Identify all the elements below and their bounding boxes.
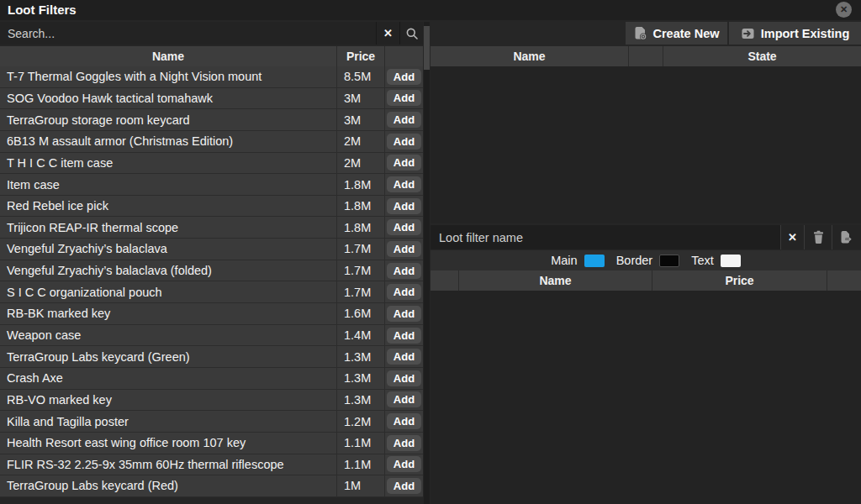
search-clear-button[interactable]: ✕: [376, 22, 399, 45]
loot-table-scrollbar[interactable]: [424, 22, 430, 504]
item-name: Weapon case: [0, 325, 336, 346]
loot-price-header: Price: [336, 46, 384, 66]
close-icon: ✕: [788, 231, 797, 244]
table-row: RB-VO marked key 1.3M Add: [0, 390, 423, 412]
item-price: 3M: [336, 109, 384, 130]
item-price: 1.8M: [336, 217, 384, 238]
add-button[interactable]: Add: [387, 176, 421, 192]
main-color-label: Main: [551, 254, 577, 267]
table-row: Item case 1.8M Add: [0, 174, 423, 196]
add-button[interactable]: Add: [387, 391, 421, 407]
add-button[interactable]: Add: [387, 435, 421, 451]
export-file-icon: [839, 230, 854, 244]
item-name: RB-BK marked key: [0, 303, 336, 324]
item-name: S I C C organizational pouch: [0, 281, 336, 302]
filter-items-left-header: [430, 270, 458, 291]
filters-table-header: Name State: [430, 46, 861, 66]
add-cell: Add: [384, 475, 423, 496]
table-row: 6B13 M assault armor (Christmas Edition)…: [0, 131, 423, 153]
add-cell: Add: [384, 260, 423, 281]
import-existing-button[interactable]: Import Existing: [729, 22, 861, 45]
item-name: T-7 Thermal Goggles with a Night Vision …: [0, 66, 336, 87]
filters-name-header: Name: [430, 46, 628, 66]
add-cell: Add: [384, 411, 423, 432]
add-button[interactable]: Add: [387, 284, 421, 300]
create-new-button[interactable]: Create New: [626, 22, 727, 45]
add-button[interactable]: Add: [387, 112, 421, 128]
add-cell: Add: [384, 433, 423, 454]
item-name: Trijicon REAP-IR thermal scope: [0, 217, 336, 238]
delete-filter-button[interactable]: [804, 225, 832, 249]
filter-name-clear-button[interactable]: ✕: [780, 225, 804, 249]
filter-name-input[interactable]: [430, 225, 780, 249]
item-name: SOG Voodoo Hawk tactical tomahawk: [0, 88, 336, 109]
add-button[interactable]: Add: [387, 134, 421, 150]
item-price: 1.3M: [336, 390, 384, 411]
add-button[interactable]: Add: [387, 413, 421, 429]
item-name: 6B13 M assault armor (Christmas Edition): [0, 131, 336, 152]
add-button[interactable]: Add: [387, 349, 421, 365]
item-name: Red Rebel ice pick: [0, 196, 336, 217]
loot-table-body: T-7 Thermal Goggles with a Night Vision …: [0, 66, 423, 497]
add-cell: Add: [384, 325, 423, 346]
add-button[interactable]: Add: [387, 263, 421, 279]
item-price: 3M: [336, 88, 384, 109]
filter-items-table-body: [430, 291, 861, 504]
item-name: RB-VO marked key: [0, 390, 336, 411]
add-button[interactable]: Add: [387, 198, 421, 214]
border-color-swatch[interactable]: [659, 255, 679, 267]
add-cell: Add: [384, 239, 423, 260]
item-price: 1.3M: [336, 346, 384, 367]
add-button[interactable]: Add: [387, 155, 421, 171]
table-row: Trijicon REAP-IR thermal scope 1.8M Add: [0, 217, 423, 239]
add-cell: Add: [384, 109, 423, 130]
filters-table-body: [430, 66, 861, 223]
title-bar: Loot Filters ✕: [0, 0, 861, 20]
filters-state-header: State: [663, 46, 861, 66]
main-color-swatch[interactable]: [584, 255, 605, 267]
search-input[interactable]: [0, 22, 376, 45]
item-price: 1.3M: [336, 368, 384, 389]
add-button[interactable]: Add: [387, 90, 421, 106]
add-button[interactable]: Add: [387, 370, 421, 386]
table-row: TerraGroup storage room keycard 3M Add: [0, 109, 423, 131]
add-cell: Add: [384, 346, 423, 367]
add-button[interactable]: Add: [387, 328, 421, 344]
item-price: 1.1M: [336, 454, 384, 475]
filter-name-row: ✕: [430, 225, 861, 249]
add-button[interactable]: Add: [387, 456, 421, 472]
add-cell: Add: [384, 368, 423, 389]
item-price: 1.6M: [336, 303, 384, 324]
search-button[interactable]: [399, 22, 423, 45]
close-window-button[interactable]: ✕: [836, 2, 852, 18]
item-name: Item case: [0, 174, 336, 195]
add-cell: Add: [384, 196, 423, 217]
add-cell: Add: [384, 303, 423, 324]
add-button[interactable]: Add: [387, 478, 421, 494]
export-filter-button[interactable]: [832, 225, 861, 249]
table-row: S I C C organizational pouch 1.7M Add: [0, 281, 423, 303]
item-price: 1.1M: [336, 433, 384, 454]
add-cell: Add: [384, 88, 423, 109]
filters-action-header: [628, 46, 663, 66]
filters-toolbar: Create New Import Existing: [626, 22, 861, 45]
table-row: FLIR RS-32 2.25-9x 35mm 60Hz thermal rif…: [0, 454, 423, 476]
add-cell: Add: [384, 454, 423, 475]
add-button[interactable]: Add: [387, 241, 421, 257]
item-price: 1.4M: [336, 325, 384, 346]
item-price: 1.7M: [336, 281, 384, 302]
text-color-swatch[interactable]: [721, 255, 741, 267]
table-row: Crash Axe 1.3M Add: [0, 368, 423, 390]
import-existing-label: Import Existing: [761, 27, 850, 40]
item-name: TerraGroup storage room keycard: [0, 109, 336, 130]
add-cell: Add: [384, 281, 423, 302]
add-button[interactable]: Add: [387, 69, 421, 85]
scrollbar-thumb[interactable]: [424, 26, 430, 70]
loot-table-header: Name Price: [0, 46, 423, 66]
text-color-label: Text: [691, 254, 714, 267]
table-row: SOG Voodoo Hawk tactical tomahawk 3M Add: [0, 88, 423, 110]
add-button[interactable]: Add: [387, 219, 421, 235]
add-cell: Add: [384, 390, 423, 411]
add-button[interactable]: Add: [387, 306, 421, 322]
table-row: T H I C C item case 2M Add: [0, 153, 423, 175]
